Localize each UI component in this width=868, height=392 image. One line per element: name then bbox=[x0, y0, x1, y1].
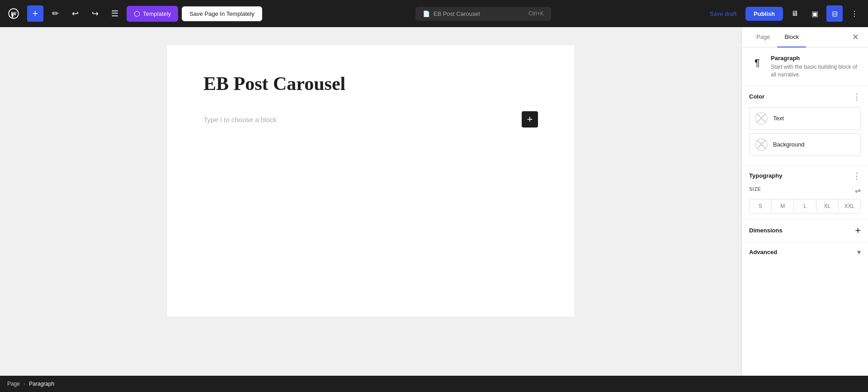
size-label: SIZE bbox=[749, 186, 761, 192]
add-icon: + bbox=[855, 225, 861, 236]
settings-sidebar-button[interactable]: ⊟ bbox=[826, 5, 843, 22]
text-color-circle bbox=[755, 112, 768, 125]
publish-button[interactable]: Publish bbox=[745, 7, 783, 21]
tab-block[interactable]: Block bbox=[777, 27, 806, 47]
slider-icon[interactable]: ⇌ bbox=[855, 186, 861, 195]
ellipsis-icon: ⋮ bbox=[853, 92, 861, 102]
size-btn-xl[interactable]: XL bbox=[816, 199, 839, 213]
post-title[interactable]: EB Post Carousel bbox=[203, 72, 538, 95]
size-btn-m[interactable]: M bbox=[772, 199, 794, 213]
templately-icon: ⬡ bbox=[134, 9, 140, 18]
text-color-option[interactable]: Text bbox=[749, 107, 861, 130]
plus-icon: + bbox=[33, 8, 38, 19]
paragraph-icon: ¶ bbox=[749, 55, 765, 71]
size-btn-l[interactable]: L bbox=[794, 199, 816, 213]
sidebar-icon: ⊟ bbox=[832, 9, 838, 18]
typography-options-button[interactable]: ⋮ bbox=[853, 171, 861, 181]
color-section-header: Color ⋮ bbox=[749, 92, 861, 102]
block-info: ¶ Paragraph Start with the basic buildin… bbox=[742, 47, 868, 86]
templately-label: Templately bbox=[143, 10, 171, 17]
text-color-label: Text bbox=[773, 115, 784, 122]
options-icon: ⋮ bbox=[851, 9, 858, 18]
list-view-button[interactable]: ☰ bbox=[107, 5, 123, 22]
toolbar: + ✏ ↩ ↪ ☰ ⬡ Templately Save Page In Temp… bbox=[0, 0, 868, 27]
color-section: Color ⋮ Text Background bbox=[742, 86, 868, 165]
toolbar-right: Save draft Publish 🖥 ▣ ⊟ ⋮ bbox=[704, 5, 863, 22]
undo-icon: ↩ bbox=[72, 9, 79, 19]
editor-area: EB Post Carousel Type / to choose a bloc… bbox=[0, 27, 741, 376]
main-layout: EB Post Carousel Type / to choose a bloc… bbox=[0, 27, 868, 376]
monitor-icon: 🖥 bbox=[791, 9, 798, 18]
typography-section-header: Typography ⋮ bbox=[749, 171, 861, 181]
advanced-header[interactable]: Advanced ▾ bbox=[749, 248, 861, 256]
background-color-label: Background bbox=[773, 141, 804, 148]
post-search-title: EB Post Carousel bbox=[434, 10, 480, 17]
background-color-circle bbox=[755, 138, 768, 151]
dimensions-section: Dimensions + bbox=[742, 219, 868, 242]
ellipsis-icon-2: ⋮ bbox=[853, 171, 861, 181]
save-draft-label: Save draft bbox=[710, 10, 736, 17]
typography-title: Typography bbox=[749, 172, 782, 179]
editor-canvas: EB Post Carousel Type / to choose a bloc… bbox=[167, 45, 574, 316]
pencil-icon: ✏ bbox=[52, 9, 59, 19]
publish-label: Publish bbox=[754, 10, 775, 17]
tools-button[interactable]: ✏ bbox=[47, 5, 63, 22]
block-description: Start with the basic building block of a… bbox=[771, 63, 861, 79]
save-templately-label: Save Page In Templately bbox=[189, 10, 255, 17]
size-btn-xxl[interactable]: XXL bbox=[839, 199, 860, 213]
panel-tabs: Page Block ✕ bbox=[742, 27, 868, 47]
breadcrumb: Page › Paragraph bbox=[0, 376, 868, 392]
breadcrumb-page[interactable]: Page bbox=[7, 381, 20, 387]
breadcrumb-separator: › bbox=[24, 381, 25, 387]
save-templately-button[interactable]: Save Page In Templately bbox=[182, 6, 262, 21]
toolbar-center: 📄 EB Post Carousel Ctrl+K bbox=[266, 7, 701, 21]
advanced-chevron-button[interactable]: ▾ bbox=[857, 248, 861, 256]
background-color-option[interactable]: Background bbox=[749, 133, 861, 156]
options-button[interactable]: ⋮ bbox=[846, 5, 863, 22]
redo-icon: ↪ bbox=[92, 9, 99, 19]
plus-inline-icon: + bbox=[527, 113, 533, 125]
tab-page[interactable]: Page bbox=[749, 27, 777, 47]
wp-logo[interactable] bbox=[5, 5, 22, 22]
document-icon: 📄 bbox=[423, 10, 430, 17]
panel-body: ¶ Paragraph Start with the basic buildin… bbox=[742, 47, 868, 376]
block-editor-button[interactable]: ▣ bbox=[807, 5, 823, 22]
close-icon: ✕ bbox=[852, 32, 859, 42]
block-editor-icon: ▣ bbox=[811, 9, 818, 18]
advanced-title: Advanced bbox=[749, 249, 777, 255]
typography-controls: SIZE ⇌ bbox=[749, 186, 861, 195]
color-options-button[interactable]: ⋮ bbox=[853, 92, 861, 102]
post-search-bar[interactable]: 📄 EB Post Carousel Ctrl+K bbox=[415, 7, 551, 21]
dimensions-header: Dimensions + bbox=[749, 225, 861, 236]
block-info-text: Paragraph Start with the basic building … bbox=[771, 55, 861, 79]
dimensions-add-button[interactable]: + bbox=[855, 225, 861, 236]
typography-section: Typography ⋮ SIZE ⇌ S M L XL XXL bbox=[742, 165, 868, 219]
preview-button[interactable]: 🖥 bbox=[787, 5, 803, 22]
list-icon: ☰ bbox=[111, 9, 118, 19]
color-title: Color bbox=[749, 93, 764, 100]
size-selector: S M L XL XXL bbox=[749, 199, 861, 213]
right-panel: Page Block ✕ ¶ Paragraph Start with the … bbox=[741, 27, 868, 376]
save-draft-button[interactable]: Save draft bbox=[704, 7, 742, 21]
block-placeholder-text: Type / to choose a block bbox=[203, 116, 522, 123]
add-block-inline-button[interactable]: + bbox=[522, 111, 538, 128]
size-btn-s[interactable]: S bbox=[750, 199, 772, 213]
add-block-toolbar-button[interactable]: + bbox=[27, 5, 43, 22]
panel-close-button[interactable]: ✕ bbox=[850, 30, 861, 44]
breadcrumb-current: Paragraph bbox=[29, 381, 54, 387]
dimensions-title: Dimensions bbox=[749, 227, 783, 234]
advanced-section: Advanced ▾ bbox=[742, 242, 868, 262]
redo-button[interactable]: ↪ bbox=[87, 5, 103, 22]
block-placeholder[interactable]: Type / to choose a block + bbox=[203, 109, 538, 129]
chevron-down-icon: ▾ bbox=[857, 248, 861, 256]
undo-button[interactable]: ↩ bbox=[67, 5, 83, 22]
templately-button[interactable]: ⬡ Templately bbox=[127, 6, 178, 22]
block-name: Paragraph bbox=[771, 55, 861, 61]
search-shortcut: Ctrl+K bbox=[528, 10, 544, 17]
